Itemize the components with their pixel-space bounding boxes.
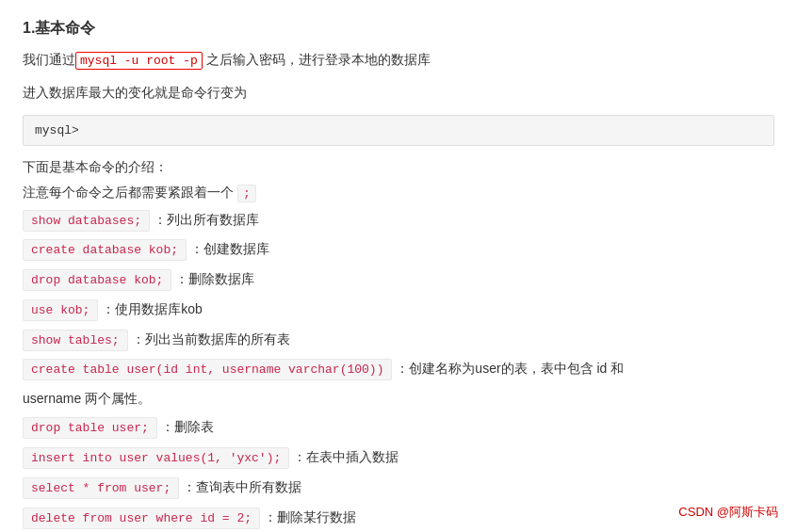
- intro-line-1: 我们通过mysql -u root -p 之后输入密码，进行登录本地的数据库: [23, 48, 774, 72]
- commands-list: show databases; ：列出所有数据库create database …: [23, 207, 774, 530]
- command-row: drop table user; ：删除表: [23, 414, 774, 441]
- intro-line-2: 进入数据库最大的变化就是命令行变为: [23, 81, 774, 105]
- command-desc: ：查询表中所有数据: [179, 479, 301, 494]
- command-row: delete from user where id = 2; ：删除某行数据: [23, 505, 774, 531]
- intro1-suffix-text: 之后输入密码，进行登录本地的数据库: [203, 52, 431, 67]
- command-row: show tables; ：列出当前数据库的所有表: [23, 327, 774, 353]
- command-code: drop database kob;: [23, 269, 171, 291]
- intro1-prefix-text: 我们通过: [23, 52, 75, 67]
- note-intro: 下面是基本命令的介绍：: [23, 155, 774, 179]
- command-row: select * from user; ：查询表中所有数据: [23, 475, 774, 501]
- command-code: show tables;: [23, 330, 128, 351]
- command-code: show databases;: [23, 210, 150, 232]
- command-row: use kob; ：使用数据库kob: [23, 297, 774, 323]
- command-code: delete from user where id = 2;: [23, 508, 260, 529]
- mysql-command-code: mysql -u root -p: [75, 52, 203, 70]
- command-code: create database kob;: [23, 239, 187, 261]
- command-desc: ：删除数据库: [171, 271, 254, 286]
- command-desc: ：列出当前数据库的所有表: [128, 331, 290, 347]
- note-semicolon: 注意每个命令之后都需要紧跟着一个 ;: [23, 185, 774, 202]
- command-desc: ：创建名称为user的表，表中包含 id 和: [392, 361, 624, 376]
- command-row: insert into user values(1, 'yxc'); ：在表中插…: [23, 444, 774, 471]
- command-row: username 两个属性。: [23, 386, 774, 411]
- command-desc: ：删除某行数据: [260, 509, 356, 524]
- command-row: create table user(id int, username varch…: [23, 356, 774, 382]
- command-row: drop database kob; ：删除数据库: [23, 266, 774, 293]
- footer-attribution: CSDN @阿斯卡码: [678, 504, 778, 521]
- mysql-prompt-block: mysql>: [23, 115, 774, 146]
- command-desc: ：创建数据库: [187, 241, 269, 256]
- command-code: use kob;: [23, 299, 98, 321]
- command-desc: ：列出所有数据库: [150, 212, 259, 227]
- semicolon-code: ;: [237, 185, 256, 202]
- command-row: create database kob; ：创建数据库: [23, 236, 774, 263]
- command-code: insert into user values(1, 'yxc');: [23, 447, 289, 469]
- command-code: select * from user;: [23, 477, 179, 499]
- command-row: show databases; ：列出所有数据库: [23, 207, 774, 234]
- command-desc: ：在表中插入数据: [289, 449, 398, 464]
- command-code: create table user(id int, username varch…: [23, 359, 392, 380]
- section-title: 1.基本命令: [23, 19, 774, 39]
- command-code: drop table user;: [23, 417, 157, 439]
- command-desc: ：删除表: [157, 419, 214, 434]
- command-desc: ：使用数据库kob: [98, 301, 202, 316]
- command-desc: username 两个属性。: [23, 391, 151, 406]
